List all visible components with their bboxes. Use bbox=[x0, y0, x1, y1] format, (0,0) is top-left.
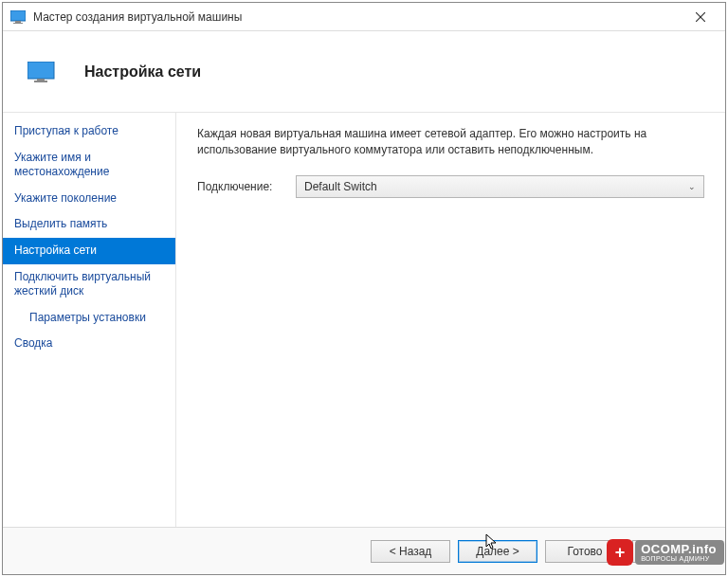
svg-rect-1 bbox=[15, 21, 21, 23]
chevron-down-icon: ⌄ bbox=[688, 182, 696, 191]
close-icon bbox=[696, 12, 705, 22]
finish-button[interactable]: Готово bbox=[545, 540, 625, 563]
wizard-content: Каждая новая виртуальная машина имеет се… bbox=[176, 113, 725, 527]
connection-dropdown[interactable]: Default Switch ⌄ bbox=[296, 175, 704, 198]
wizard-step-0[interactable]: Приступая к работе bbox=[3, 118, 175, 145]
cancel-button[interactable]: Отмена bbox=[632, 540, 712, 563]
connection-label: Подключение: bbox=[197, 180, 284, 193]
svg-rect-0 bbox=[10, 10, 26, 21]
wizard-step-4[interactable]: Настройка сети bbox=[3, 238, 175, 264]
wizard-step-3[interactable]: Выделить память bbox=[3, 211, 175, 238]
description-text: Каждая новая виртуальная машина имеет се… bbox=[197, 126, 704, 158]
wizard-step-6[interactable]: Параметры установки bbox=[3, 305, 175, 332]
page-title: Настройка сети bbox=[84, 63, 201, 81]
wizard-footer: < Назад Далее > Готово Отмена bbox=[3, 527, 725, 574]
wizard-step-5[interactable]: Подключить виртуальный жесткий диск bbox=[3, 264, 175, 305]
next-button[interactable]: Далее > bbox=[458, 540, 537, 563]
close-button[interactable] bbox=[680, 4, 721, 30]
connection-field: Подключение: Default Switch ⌄ bbox=[197, 175, 704, 198]
window-title: Мастер создания виртуальной машины bbox=[33, 10, 680, 24]
monitor-icon bbox=[27, 62, 56, 82]
wizard-header: Настройка сети bbox=[3, 31, 725, 113]
app-icon bbox=[10, 9, 26, 25]
wizard-steps-sidebar: Приступая к работеУкажите имя и местонах… bbox=[3, 113, 176, 527]
svg-rect-6 bbox=[37, 79, 45, 81]
wizard-step-2[interactable]: Укажите поколение bbox=[3, 186, 175, 212]
wizard-body: Приступая к работеУкажите имя и местонах… bbox=[3, 113, 725, 527]
wizard-step-7[interactable]: Сводка bbox=[3, 331, 175, 357]
wizard-step-1[interactable]: Укажите имя и местонахождение bbox=[3, 145, 175, 186]
wizard-window: Мастер создания виртуальной машины Настр… bbox=[2, 2, 726, 575]
svg-rect-5 bbox=[27, 62, 54, 79]
connection-value: Default Switch bbox=[304, 180, 377, 193]
back-button[interactable]: < Назад bbox=[371, 540, 450, 563]
svg-rect-2 bbox=[13, 23, 23, 24]
titlebar: Мастер создания виртуальной машины bbox=[3, 3, 725, 31]
svg-rect-7 bbox=[34, 81, 47, 82]
